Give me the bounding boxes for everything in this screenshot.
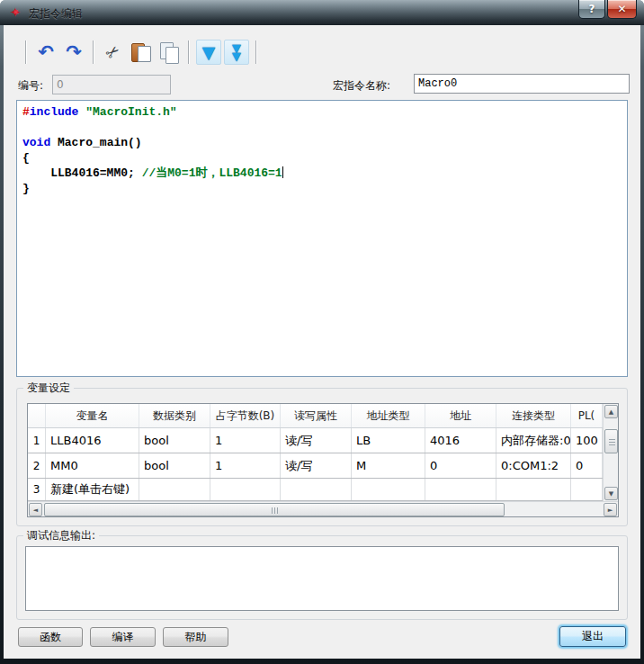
toolbar-separator (188, 40, 190, 64)
paste-icon (130, 41, 152, 63)
code-line: #include "MacroInit.h" (22, 104, 627, 120)
table-row[interactable]: 1LLB4016bool1读/写LB4016内部存储器:0100 (28, 428, 603, 453)
paste-icon[interactable] (129, 40, 154, 65)
code-line (22, 120, 627, 135)
table-cell[interactable]: 100 (571, 428, 603, 453)
number-input (52, 75, 171, 94)
toolbar-separator (93, 40, 94, 64)
compile-button[interactable]: 编译 (90, 627, 156, 647)
dialog-body: ↶↷✂▼▼▼ 编号: 宏指令名称: #include "MacroInit.h"… (4, 25, 640, 659)
table-row[interactable]: 3新建(单击右键) (28, 479, 603, 501)
table-cell[interactable]: 0 (425, 453, 496, 478)
code-editor[interactable]: #include "MacroInit.h" void Macro_main()… (16, 100, 628, 377)
copy-icon (158, 41, 180, 63)
close-button[interactable]: ✕ (607, 0, 637, 19)
redo-icon[interactable]: ↷ (61, 40, 86, 65)
toolbar: ↶↷✂▼▼▼ (20, 38, 263, 67)
help-button[interactable]: 帮助 (163, 627, 228, 647)
app-icon: ✦✦ (8, 5, 22, 20)
table-cell[interactable]: LB (352, 428, 425, 453)
scroll-down-icon[interactable]: ▼ (604, 487, 618, 500)
table-cell[interactable] (281, 479, 352, 500)
help-caption-button[interactable]: ? (578, 0, 605, 19)
table-header-cell: 读写属性 (281, 404, 352, 427)
table-cell[interactable]: 1 (210, 428, 281, 453)
table-cell[interactable]: 读/写 (281, 453, 352, 478)
undo-icon[interactable]: ↶ (33, 40, 58, 65)
table-cell[interactable]: 读/写 (281, 428, 352, 453)
macro-name-label: 宏指令名称: (333, 78, 390, 94)
table-header-cell: 连接类型 (496, 404, 571, 427)
titlebar[interactable]: ✦✦ 宏指令编辑 ? ✕ (0, 0, 644, 25)
table-cell[interactable] (139, 479, 210, 500)
scroll-right-icon[interactable]: ► (604, 503, 617, 516)
table-cell[interactable]: 0 (571, 453, 603, 478)
macro-name-input[interactable] (414, 74, 630, 94)
table-cell[interactable] (496, 479, 571, 500)
table-cell[interactable]: M (352, 453, 425, 478)
copy-icon[interactable] (157, 40, 182, 65)
table-cell[interactable] (210, 479, 281, 500)
table-cell[interactable] (425, 479, 496, 500)
scroll-up-icon[interactable]: ▲ (604, 405, 618, 418)
variables-table[interactable]: 变量名数据类别占字节数(B)读写属性地址类型地址连接类型PL( 1LLB4016… (27, 403, 619, 517)
table-cell[interactable]: LLB4016 (46, 428, 139, 453)
toolbar-separator (25, 40, 27, 64)
vertical-scroll-thumb[interactable] (604, 429, 618, 453)
help-icon: ? (589, 3, 595, 15)
table-cell[interactable]: MM0 (46, 453, 139, 478)
horizontal-scroll-thumb[interactable] (44, 503, 505, 516)
code-line: void Macro_main() (22, 135, 627, 150)
text-caret (282, 166, 283, 178)
code-line: LLB4016=MM0; //当M0=1时，LLB4016=1 (22, 166, 627, 181)
table-cell[interactable]: 新建(单击右键) (46, 479, 139, 500)
table-header-cell: 占字节数(B) (210, 404, 281, 427)
close-icon: ✕ (617, 3, 626, 15)
table-row[interactable]: 2MM0bool1读/写M00:COM1:20 (28, 453, 603, 479)
table-cell[interactable]: 0:COM1:2 (496, 453, 571, 478)
table-header-cell: PL( (571, 404, 603, 427)
exit-button[interactable]: 退出 (559, 626, 626, 647)
table-cell[interactable]: 1 (210, 453, 281, 478)
table-header-cell: 地址类型 (352, 404, 425, 427)
move-down-icon[interactable]: ▼ (196, 40, 221, 65)
debug-output-textarea[interactable] (25, 546, 619, 611)
table-header-row: 变量名数据类别占字节数(B)读写属性地址类型地址连接类型PL( (28, 404, 603, 428)
table-cell[interactable]: bool (139, 428, 210, 453)
table-header-cell: 地址 (425, 404, 496, 427)
debug-group-title: 调试信息输出: (23, 528, 99, 543)
code-line: { (22, 150, 627, 166)
table-horizontal-scrollbar[interactable]: ◄ ► (28, 501, 618, 516)
table-cell[interactable]: 4016 (425, 428, 496, 453)
move-bottom-icon[interactable]: ▼▼ (224, 40, 249, 65)
code-line: } (22, 181, 627, 196)
table-cell[interactable]: bool (139, 453, 210, 478)
table-cell[interactable]: 内部存储器:0 (496, 428, 571, 453)
table-cell[interactable] (571, 479, 603, 500)
toolbar-separator (255, 40, 257, 64)
table-header-cell: 变量名 (46, 404, 139, 427)
function-button[interactable]: 函数 (18, 627, 83, 647)
table-header-cell (28, 404, 46, 427)
table-header-cell: 数据类别 (139, 404, 210, 427)
scroll-left-icon[interactable]: ◄ (29, 503, 42, 516)
table-vertical-scrollbar[interactable]: ▲ ▼ (603, 404, 618, 501)
macro-editor-window: ✦✦ 宏指令编辑 ? ✕ ↶↷✂▼▼▼ 编号: 宏指令名称: #include … (0, 0, 644, 664)
table-cell[interactable]: 2 (28, 453, 46, 478)
variables-group-title: 变量设定 (23, 381, 74, 396)
table-cell[interactable]: 1 (28, 428, 46, 453)
table-cell[interactable] (352, 479, 425, 500)
window-title: 宏指令编辑 (29, 6, 83, 22)
cut-icon[interactable]: ✂ (101, 40, 126, 65)
number-label: 编号: (18, 78, 43, 94)
table-cell[interactable]: 3 (28, 479, 46, 500)
